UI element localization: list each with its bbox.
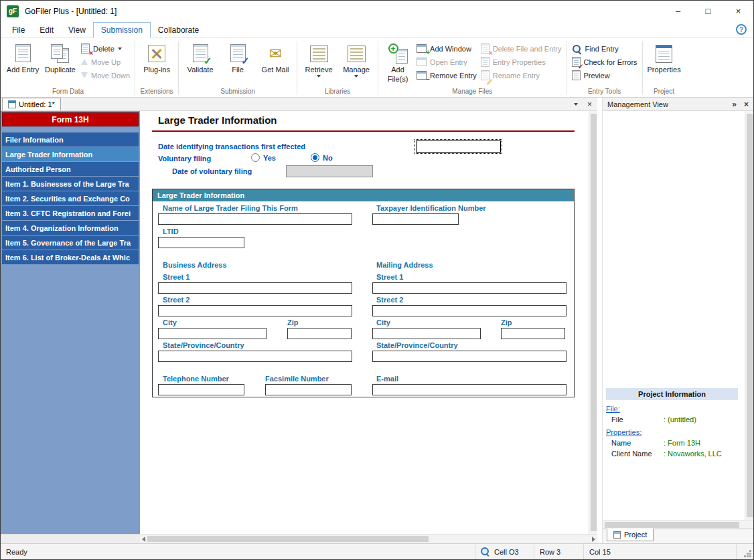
- name-row: Name : Form 13H: [606, 439, 738, 447]
- sidebar-item-large-trader-information[interactable]: Large Trader Information: [2, 147, 139, 161]
- management-view-content: Project Information File: File : (untitl…: [603, 111, 745, 520]
- biz-street1-input[interactable]: [158, 282, 352, 294]
- close-document-icon[interactable]: ×: [587, 100, 592, 108]
- add-entry-button[interactable]: Add Entry: [4, 40, 42, 74]
- email-input[interactable]: [372, 384, 567, 395]
- duplicate-button[interactable]: Duplicate: [42, 40, 79, 74]
- ltid-input[interactable]: [158, 237, 244, 248]
- scrollbar-thumb[interactable]: [147, 536, 429, 542]
- document-tab-bar: Untitled: 1* ×: [1, 98, 597, 111]
- retrieve-dropdown-caret-icon: [317, 75, 321, 78]
- scrollbar-thumb[interactable]: [591, 114, 597, 531]
- remove-entry-button[interactable]: − Remove Entry: [417, 70, 477, 81]
- preview-button[interactable]: Preview: [572, 70, 637, 81]
- properties-button[interactable]: Properties: [646, 40, 683, 74]
- validate-button[interactable]: ✓ Validate: [181, 40, 219, 74]
- sidebar-item-filer-information[interactable]: Filer Information: [2, 132, 139, 147]
- maximize-button[interactable]: □: [693, 1, 723, 21]
- menu-view[interactable]: View: [61, 23, 93, 37]
- tab-list-dropdown-icon[interactable]: [574, 103, 578, 106]
- remove-entry-icon: −: [417, 71, 427, 81]
- file-link[interactable]: File:: [606, 405, 738, 413]
- mail-street2-input[interactable]: [372, 305, 567, 316]
- find-entry-icon: [572, 44, 582, 54]
- sidebar-item-item1[interactable]: Item 1. Businesses of the Large Tra: [2, 177, 139, 191]
- menu-collaborate[interactable]: Collaborate: [151, 23, 206, 37]
- ribbon-group-form-data: Add Entry Duplicate × Delete Move Up: [2, 39, 134, 97]
- sidebar-item-item5[interactable]: Item 5. Governance of the Large Tra: [2, 236, 139, 250]
- resize-grip[interactable]: [736, 544, 753, 559]
- biz-city-input[interactable]: [158, 328, 267, 339]
- get-mail-button[interactable]: ✉ Get Mail: [256, 40, 294, 74]
- minimize-button[interactable]: –: [663, 1, 693, 21]
- biz-street2-label: Street 2: [163, 296, 190, 304]
- biz-state-input[interactable]: [158, 351, 352, 362]
- check-for-errors-button[interactable]: ✓ Check for Errors: [572, 57, 637, 68]
- mail-city-input[interactable]: [372, 328, 481, 339]
- help-icon[interactable]: ?: [736, 24, 747, 35]
- delete-button[interactable]: × Delete: [81, 43, 130, 54]
- menu-edit[interactable]: Edit: [32, 23, 61, 37]
- biz-zip-input[interactable]: [287, 328, 352, 339]
- sidebar-item-item6[interactable]: Item 6. List of Broker-Deals At Whic: [2, 250, 139, 264]
- status-row-segment: Row 3: [534, 544, 583, 559]
- group-label-form-data: Form Data: [2, 87, 134, 97]
- management-horizontal-scrollbar[interactable]: [603, 520, 753, 529]
- scrollbar-thumb[interactable]: [747, 114, 753, 517]
- retrieve-button[interactable]: Retrieve: [300, 40, 337, 78]
- sidebar-item-item3[interactable]: Item 3. CFTC Registration and Forei: [2, 206, 139, 220]
- tab-project[interactable]: Project: [607, 529, 654, 541]
- add-window-button[interactable]: + Add Window: [417, 43, 477, 54]
- bottom-scroll-row: [1, 534, 597, 543]
- pin-panel-icon[interactable]: »: [732, 100, 737, 109]
- manage-button[interactable]: Manage: [337, 40, 375, 78]
- date-identifying-input[interactable]: [416, 141, 501, 153]
- status-bar: Ready Cell O3 Row 3 Col 15: [1, 543, 753, 559]
- facsimile-label: Facsimile Number: [265, 375, 329, 383]
- facsimile-input[interactable]: [265, 384, 352, 395]
- delete-file-and-entry-button: × Delete File and Entry: [481, 43, 562, 54]
- mail-zip-input[interactable]: [501, 328, 565, 339]
- file-button[interactable]: ✓ File: [219, 40, 256, 74]
- duplicate-icon: [51, 44, 70, 64]
- delete-entry-icon: ×: [81, 43, 90, 55]
- form-vertical-scrollbar[interactable]: [589, 111, 597, 534]
- preview-icon: [572, 70, 581, 82]
- menu-submission[interactable]: Submission: [93, 22, 151, 38]
- menu-file[interactable]: File: [5, 23, 32, 37]
- mail-state-input[interactable]: [372, 351, 567, 362]
- panel-splitter[interactable]: [597, 98, 602, 543]
- add-files-button[interactable]: + Add File(s): [381, 40, 414, 83]
- status-ready: Ready: [1, 548, 27, 556]
- form-horizontal-scrollbar[interactable]: [140, 534, 597, 543]
- document-tab-untitled[interactable]: Untitled: 1*: [2, 98, 61, 110]
- close-button[interactable]: ×: [723, 1, 753, 21]
- move-down-button: Move Down: [81, 70, 130, 81]
- plug-ins-button[interactable]: Plug-ins: [138, 40, 175, 74]
- document-pane: Untitled: 1* × Form 13H Filer Informatio…: [1, 98, 597, 543]
- ribbon-group-manage-files: + Add File(s) + Add Window Open Entry −: [379, 39, 565, 97]
- tin-input[interactable]: [372, 213, 459, 225]
- sidebar-scroll-strip: [1, 534, 140, 543]
- status-cell-segment: Cell O3: [475, 544, 534, 559]
- name-input[interactable]: [158, 213, 352, 225]
- telephone-input[interactable]: [158, 384, 244, 395]
- scroll-right-icon[interactable]: [592, 537, 595, 542]
- title-rule: [152, 130, 575, 132]
- tab-bar-controls: ×: [574, 99, 592, 110]
- sidebar-item-item2[interactable]: Item 2. Securities and Exchange Co: [2, 191, 139, 205]
- properties-link[interactable]: Properties:: [606, 428, 738, 436]
- mailing-address-label: Mailing Address: [376, 261, 433, 269]
- voluntary-yes-radio[interactable]: Yes: [251, 153, 276, 162]
- mail-street1-input[interactable]: [372, 282, 567, 294]
- close-panel-icon[interactable]: ×: [744, 100, 749, 109]
- sidebar-item-authorized-person[interactable]: Authorized Person: [2, 162, 139, 176]
- scroll-left-icon[interactable]: [142, 537, 145, 542]
- delete-dropdown-caret-icon: [118, 48, 122, 50]
- management-vertical-scrollbar[interactable]: [745, 111, 753, 520]
- biz-street2-input[interactable]: [158, 305, 352, 316]
- find-entry-button[interactable]: Find Entry: [572, 43, 637, 54]
- voluntary-no-radio[interactable]: No: [311, 153, 333, 162]
- sidebar-item-item4[interactable]: Item 4. Organization Information: [2, 221, 139, 235]
- scrollbar-thumb[interactable]: [605, 522, 739, 528]
